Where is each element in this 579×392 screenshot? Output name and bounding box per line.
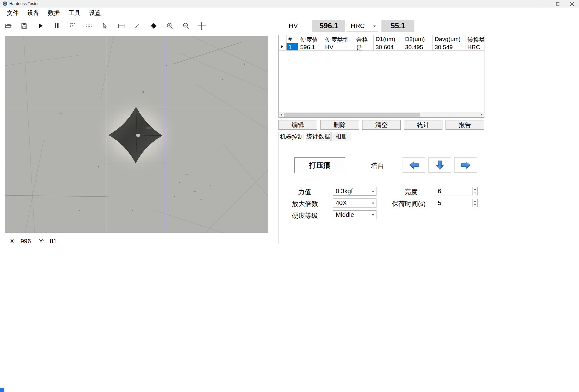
- hardness-level-select[interactable]: Middle: [333, 210, 376, 219]
- title-bar: Hardness Tester: [0, 0, 579, 7]
- table-row[interactable]: 1 596.1 HV 是 30.604 30.495 30.549 HRC: [279, 43, 484, 51]
- menu-settings[interactable]: 设置: [85, 7, 105, 19]
- brightness-stepper[interactable]: 6: [435, 187, 478, 195]
- minimize-button[interactable]: [536, 0, 550, 7]
- hold-time-stepper[interactable]: 5: [435, 199, 478, 207]
- grid-header-type[interactable]: 硬度类型: [323, 35, 354, 43]
- cell-davg[interactable]: 30.549: [433, 43, 465, 50]
- run-icon: [37, 22, 44, 30]
- close-button[interactable]: [565, 0, 579, 7]
- grid-pattern-button[interactable]: [83, 20, 95, 32]
- zoom-in-button[interactable]: [164, 20, 176, 32]
- turret-left-button[interactable]: [403, 157, 425, 173]
- clear-button[interactable]: 清空: [362, 120, 401, 130]
- delete-button[interactable]: 删除: [320, 120, 359, 130]
- chevron-down-icon: [474, 204, 476, 206]
- grid-header-davg[interactable]: Davg(um): [433, 35, 465, 43]
- crosshair-vline-right: [164, 36, 164, 233]
- menu-file[interactable]: 文件: [2, 7, 23, 19]
- grid-header-hardness[interactable]: 硬度值: [298, 35, 323, 43]
- zoom-out-icon: [182, 22, 190, 30]
- scrollbar-thumb[interactable]: [284, 113, 420, 117]
- conversion-type-select[interactable]: HRC: [347, 20, 378, 32]
- indent-marker-icon: [69, 22, 77, 30]
- stepper-buttons: [472, 199, 477, 207]
- cell-conv[interactable]: HRC: [465, 43, 484, 50]
- step-up-button[interactable]: [473, 187, 477, 191]
- cell-num[interactable]: 1: [287, 43, 298, 50]
- save-button[interactable]: [18, 20, 30, 32]
- row-selector-cell[interactable]: [279, 43, 287, 50]
- measure-length-button[interactable]: [115, 20, 128, 32]
- scroll-left-icon: [281, 114, 282, 116]
- hv-value-box: 596.1: [312, 20, 345, 32]
- open-file-button[interactable]: [2, 20, 14, 32]
- scroll-left-button[interactable]: [279, 112, 284, 117]
- y-coordinate-value: 81: [50, 238, 57, 245]
- step-up-button[interactable]: [473, 199, 477, 203]
- menu-device[interactable]: 设备: [23, 7, 44, 19]
- app-icon: [2, 1, 7, 6]
- cell-pass[interactable]: 是: [354, 43, 374, 50]
- cell-type[interactable]: HV: [323, 43, 354, 50]
- grid-pattern-icon: [85, 22, 93, 30]
- hold-time-label: 保荷时间(s): [389, 199, 426, 208]
- scroll-right-icon: [481, 114, 482, 116]
- grid-header-d1[interactable]: D1(um): [374, 35, 403, 43]
- measure-angle-button[interactable]: [131, 20, 144, 32]
- zoom-out-button[interactable]: [180, 20, 192, 32]
- menu-data[interactable]: 数据: [44, 7, 64, 19]
- specimen-image: [5, 36, 268, 233]
- corner-accent: [0, 388, 4, 392]
- crosshair-button[interactable]: [195, 20, 208, 32]
- edit-button[interactable]: 编辑: [278, 120, 317, 130]
- results-grid: # 硬度值 硬度类型 合格 D1(um) D2(um) Davg(um) 转换类…: [278, 35, 484, 118]
- force-select[interactable]: 0.3kgf: [333, 187, 376, 196]
- microscope-image[interactable]: [5, 36, 268, 233]
- maximize-button[interactable]: [550, 0, 565, 7]
- measure-length-icon: [118, 22, 125, 30]
- cell-hardness[interactable]: 596.1: [298, 43, 323, 50]
- scroll-right-button[interactable]: [479, 112, 484, 117]
- make-indent-button[interactable]: 打压痕: [294, 157, 345, 173]
- grid-horizontal-scrollbar[interactable]: [279, 112, 484, 117]
- tab-album[interactable]: 相册: [331, 132, 351, 141]
- grid-header-pass[interactable]: 合格: [354, 35, 374, 43]
- pause-button[interactable]: [50, 20, 63, 32]
- brightness-value: 6: [438, 188, 441, 195]
- x-coordinate-label: X:: [10, 238, 16, 245]
- minimize-icon: [542, 2, 545, 6]
- step-down-button[interactable]: [473, 203, 477, 207]
- run-button[interactable]: [34, 20, 47, 32]
- scrollbar-track[interactable]: [284, 112, 479, 117]
- cursor-button[interactable]: [99, 20, 111, 32]
- crosshair-icon: [197, 21, 206, 30]
- cell-d2[interactable]: 30.495: [403, 43, 433, 50]
- step-down-button[interactable]: [473, 191, 477, 195]
- grid-header-conv[interactable]: 转换类: [465, 35, 484, 43]
- chevron-down-icon: [474, 193, 476, 194]
- save-icon: [21, 22, 28, 30]
- conversion-type-value: HRC: [351, 22, 365, 30]
- indent-marker-button[interactable]: [67, 20, 79, 32]
- stats-button[interactable]: 统计: [404, 120, 442, 130]
- report-button[interactable]: 报告: [446, 120, 484, 130]
- turret-right-button[interactable]: [454, 157, 477, 173]
- cell-d1[interactable]: 30.604: [374, 43, 403, 50]
- hv-label: HV: [289, 22, 298, 30]
- hardness-level-value: Middle: [336, 211, 354, 218]
- magnification-label: 放大倍数: [292, 199, 318, 208]
- tab-machine-control[interactable]: 机器控制: [278, 132, 305, 142]
- grid-header-num[interactable]: #: [287, 35, 298, 43]
- arrow-down-icon: [435, 160, 445, 170]
- crosshair-hline-bottom: [5, 164, 268, 164]
- grid-header-d2[interactable]: D2(um): [403, 35, 433, 43]
- eraser-button[interactable]: [147, 20, 160, 32]
- close-icon: [570, 2, 574, 6]
- tab-statistics[interactable]: 统计数据: [306, 132, 331, 141]
- measure-angle-icon: [134, 22, 141, 30]
- menu-tools[interactable]: 工具: [64, 7, 85, 19]
- magnification-select[interactable]: 40X: [333, 198, 376, 208]
- turret-down-button[interactable]: [428, 157, 451, 173]
- eraser-icon: [150, 22, 157, 30]
